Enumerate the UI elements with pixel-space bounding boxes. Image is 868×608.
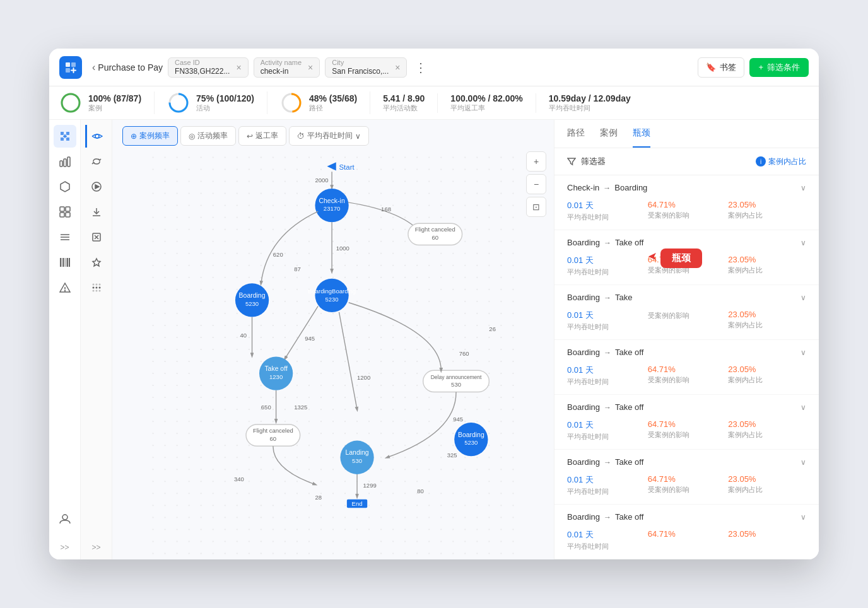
filter-tag-city-label: City — [332, 59, 389, 66]
toolbar-activity-freq[interactable]: ◎ 活动频率 — [180, 126, 236, 146]
case-freq-icon: ⊕ — [131, 132, 137, 141]
svg-rect-10 — [64, 159, 66, 167]
chevron-2: ∨ — [801, 238, 806, 247]
sidebar-item-analytics[interactable] — [54, 125, 76, 148]
sidebar-item-alert[interactable] — [54, 276, 76, 299]
activity-freq-label: 活动频率 — [197, 131, 228, 141]
bstat-1-time: 0.01 天 平均吞吐时间 — [567, 200, 645, 222]
bstat-4-time-label: 平均吞吐时间 — [567, 377, 645, 387]
sidebar-item-bar-chart[interactable] — [54, 150, 76, 173]
bstat-1-proportion-label: 案例内占比 — [728, 211, 806, 220]
tab-cases[interactable]: 案例 — [600, 127, 618, 148]
toolbar-return-rate[interactable]: ↩ 返工率 — [238, 126, 286, 146]
sidebar-item-grid[interactable] — [54, 201, 76, 223]
filter-btn-label: 筛选条件 — [767, 62, 800, 73]
svg-point-39 — [95, 287, 97, 289]
bstat-5-proportion: 23.05% 案例内占比 — [728, 419, 806, 441]
bottleneck-item-3: Boarding → Take ∨ 0.01 天 平均吞吐时间 — [554, 285, 819, 340]
second-sidebar-chevron[interactable]: >> — [91, 543, 100, 552]
bottleneck-header-6[interactable]: Boarding → Take off ∨ — [554, 450, 819, 474]
more-button[interactable]: ⋮ — [412, 60, 430, 75]
filter-tag-activity-close[interactable]: × — [308, 62, 313, 73]
bstat-6-proportion: 23.05% 案例内占比 — [728, 474, 806, 496]
bottleneck-header-7[interactable]: Boarding → Take off ∨ — [554, 505, 819, 529]
svg-text:620: 620 — [273, 251, 283, 258]
stat-cases: 100% (87/87) 案例 — [59, 91, 155, 114]
sidebar-item-hexagon[interactable] — [54, 175, 76, 198]
avg-wait-icon: ⏱ — [297, 132, 305, 141]
app-window: ‹ Purchase to Pay Case ID FN338,GH222...… — [49, 49, 819, 559]
filter-conditions-button[interactable]: + 筛选条件 — [749, 58, 809, 77]
bottleneck-header-3[interactable]: Boarding → Take ∨ — [554, 285, 819, 310]
svg-text:1000: 1000 — [336, 245, 349, 252]
bstat-7-time: 0.01 天 平均吞吐时间 — [567, 529, 645, 551]
bottleneck-header-1[interactable]: Check-in → Boarding ∨ — [554, 175, 819, 200]
arrow-icon-2: → — [604, 238, 611, 247]
second-sidebar-dots[interactable] — [85, 276, 108, 299]
canvas-toolbar: ⊕ 案例频率 ◎ 活动频率 ↩ 返工率 ⏱ 平均吞吐时间 ∨ — [112, 120, 554, 152]
second-sidebar-refresh[interactable] — [85, 150, 108, 173]
sidebar-item-user[interactable] — [54, 508, 76, 530]
svg-point-44 — [92, 290, 94, 292]
bottleneck-from-1: Check-in — [567, 183, 599, 192]
filter-tag-city-close[interactable]: × — [395, 62, 400, 73]
second-sidebar-download[interactable] — [85, 201, 108, 223]
return-rate-label: 返工率 — [255, 131, 278, 141]
bstat-7-influence: 64.71% — [648, 529, 726, 551]
bstat-6-time: 0.01 天 平均吞吐时间 — [567, 474, 645, 496]
bottleneck-stats-7: 0.01 天 平均吞吐时间 64.71% 23.05% — [554, 529, 819, 559]
left-sidebar: >> — [49, 120, 81, 559]
bottom-chevron-left[interactable]: >> — [60, 543, 69, 552]
chevron-1: ∨ — [801, 184, 806, 192]
sidebar-item-barcode[interactable] — [54, 251, 76, 274]
bookmark-button[interactable]: 🔖 书签 — [698, 57, 744, 78]
filter-left: 筛选器 — [567, 156, 606, 167]
bstat-5-time: 0.01 天 平均吞吐时间 — [567, 419, 645, 441]
bottleneck-header-5[interactable]: Boarding → Take off ∨ — [554, 395, 819, 419]
back-arrow-icon: ‹ — [92, 62, 95, 73]
bstat-4-time: 0.01 天 平均吞吐时间 — [567, 365, 645, 387]
svg-text:1299: 1299 — [363, 482, 377, 489]
toolbar-case-freq[interactable]: ⊕ 案例频率 — [122, 126, 178, 146]
tab-bottleneck[interactable]: 瓶颈 — [633, 127, 650, 148]
bottleneck-item-5: Boarding → Take off ∨ 0.01 天 平均吞吐时间 64.7… — [554, 395, 819, 450]
filter-tag-activity-name: Activity name check-in × — [254, 57, 320, 78]
back-button[interactable]: ‹ Purchase to Pay — [92, 62, 163, 73]
back-label: Purchase to Pay — [98, 62, 163, 73]
second-sidebar-star[interactable] — [85, 251, 108, 274]
svg-point-43 — [98, 284, 100, 286]
chevron-5: ∨ — [801, 403, 806, 412]
stat-paths-text: 48% (35/68) 路径 — [309, 93, 357, 113]
bstat-3-time-label: 平均吞吐时间 — [567, 322, 645, 332]
svg-text:Delay announcement: Delay announcement — [431, 374, 482, 380]
bottleneck-stats-1: 0.01 天 平均吞吐时间 64.71% 受案例的影响 23.05% 案例内占比 — [554, 200, 819, 230]
second-sidebar-crop[interactable] — [85, 226, 108, 248]
sidebar-item-list[interactable] — [54, 226, 76, 248]
svg-text:28: 28 — [315, 494, 322, 501]
stat-avg-activities-number: 5.41 / 8.90 — [383, 93, 425, 103]
tab-paths[interactable]: 路径 — [567, 127, 585, 148]
svg-text:BoardingBoarding: BoardingBoarding — [308, 288, 356, 295]
bstat-1-influence: 64.71% 受案例的影响 — [648, 200, 726, 222]
stats-bar: 100% (87/87) 案例 75% (100/120) 活动 — [49, 86, 819, 120]
stat-paths-label: 路径 — [309, 103, 357, 113]
bottleneck-header-4[interactable]: Boarding → Take off ∨ — [554, 340, 819, 365]
second-sidebar-eye[interactable] — [85, 125, 108, 148]
bottleneck-tooltip: 瓶颈 — [660, 248, 702, 268]
filter-tag-case-id-close[interactable]: × — [236, 62, 241, 73]
toolbar-avg-wait[interactable]: ⏱ 平均吞吐时间 ∨ — [289, 126, 369, 146]
bottleneck-stats-4: 0.01 天 平均吞吐时间 64.71% 受案例的影响 23.05% 案例内占比 — [554, 365, 819, 394]
stat-avg-wait-label: 平均吞吐时间 — [549, 103, 631, 113]
bottleneck-item-1: Check-in → Boarding ∨ 0.01 天 平均吞吐时间 64.7… — [554, 175, 819, 230]
fit-screen-button[interactable]: ⊡ — [526, 197, 546, 217]
bstat-5-influence: 64.71% 受案例的影响 — [648, 419, 726, 441]
zoom-in-button[interactable]: + — [526, 151, 546, 172]
bottleneck-stats-6: 0.01 天 平均吞吐时间 64.71% 受案例的影响 23.05% 案例内占比 — [554, 474, 819, 504]
arrow-icon-1: → — [603, 184, 611, 192]
zoom-out-button[interactable]: − — [526, 174, 546, 194]
second-sidebar-play[interactable] — [85, 175, 108, 198]
stat-paths: 48% (35/68) 路径 — [267, 91, 370, 114]
svg-text:40: 40 — [240, 332, 247, 339]
svg-text:26: 26 — [489, 325, 496, 332]
svg-text:945: 945 — [453, 416, 463, 423]
